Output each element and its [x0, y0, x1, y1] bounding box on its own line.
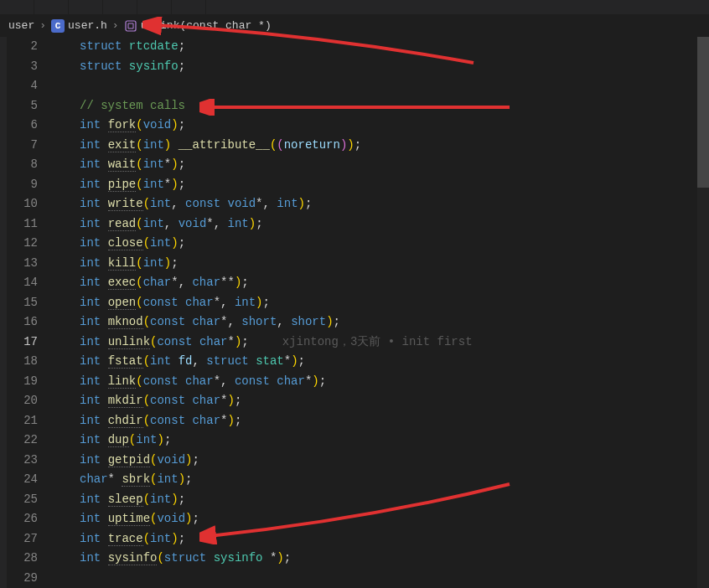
code-line[interactable] [53, 569, 709, 589]
tab[interactable] [69, 0, 103, 14]
code-line[interactable] [53, 76, 709, 96]
line-gutter: 2345678910111213141516171819202122232425… [7, 37, 53, 588]
code-line[interactable]: int unlink(const char*);xjintong，3天前 • i… [53, 333, 709, 353]
line-number: 9 [7, 175, 38, 195]
line-number: 25 [7, 490, 38, 510]
line-number: 28 [7, 549, 38, 569]
code-line[interactable]: int chdir(const char*); [53, 411, 709, 431]
chevron-right-icon: › [39, 19, 46, 32]
line-number: 8 [7, 155, 38, 175]
code-line[interactable]: int read(int, void*, int); [53, 214, 709, 235]
code-line[interactable]: int trace(int); [53, 529, 709, 549]
vertical-scrollbar[interactable] [697, 37, 709, 588]
line-number: 5 [7, 96, 38, 116]
code-line[interactable]: int getpid(void); [53, 451, 709, 471]
code-line[interactable]: char* sbrk(int); [53, 470, 709, 490]
line-number: 19 [7, 372, 38, 392]
line-number: 15 [7, 293, 38, 313]
line-number: 18 [7, 352, 38, 372]
line-number: 16 [7, 312, 38, 333]
line-number: 12 [7, 234, 38, 254]
code-line[interactable]: int dup(int); [53, 431, 709, 451]
line-number: 21 [7, 411, 38, 431]
line-number: 20 [7, 391, 38, 411]
line-number: 23 [7, 451, 38, 471]
code-editor[interactable]: 2345678910111213141516171819202122232425… [0, 37, 709, 588]
breadcrumb-symbol[interactable]: unlink(const char *) [141, 19, 272, 32]
code-line[interactable]: int sysinfo(struct sysinfo *); [53, 549, 709, 569]
tab[interactable] [172, 0, 206, 14]
line-number: 26 [7, 509, 38, 529]
code-line[interactable]: struct rtcdate; [53, 37, 709, 57]
code-line[interactable]: int mknod(const char*, short, short); [53, 312, 709, 333]
code-line[interactable]: int sleep(int); [53, 490, 709, 510]
breadcrumb: user › C user.h › unlink(const char *) [0, 15, 709, 37]
line-number: 2 [7, 37, 38, 57]
line-number: 22 [7, 431, 38, 451]
code-line[interactable]: int pipe(int*); [53, 175, 709, 195]
scrollbar-thumb[interactable] [697, 37, 709, 188]
line-number: 6 [7, 116, 38, 136]
line-number: 17 [7, 333, 38, 353]
code-line[interactable]: int exec(char*, char**); [53, 273, 709, 293]
line-number: 24 [7, 470, 38, 490]
code-line[interactable]: int exit(int) __attribute__((noreturn)); [53, 136, 709, 156]
code-line[interactable]: // system calls [53, 96, 709, 116]
line-number: 7 [7, 136, 38, 156]
activity-bar-stub [0, 37, 7, 588]
tab[interactable] [137, 0, 172, 14]
editor-tabs [0, 0, 709, 15]
code-line[interactable]: int close(int); [53, 234, 709, 254]
tab[interactable] [34, 0, 69, 14]
git-blame-annotation: xjintong，3天前 • init first [282, 335, 473, 348]
line-number: 3 [7, 57, 38, 77]
code-line[interactable]: int uptime(void); [53, 509, 709, 529]
line-number: 13 [7, 254, 38, 274]
breadcrumb-file[interactable]: user.h [68, 19, 107, 32]
code-line[interactable]: int fstat(int fd, struct stat*); [53, 352, 709, 372]
code-line[interactable]: int write(int, const void*, int); [53, 194, 709, 214]
code-line[interactable]: int open(const char*, int); [53, 293, 709, 313]
line-number: 4 [7, 76, 38, 96]
code-line[interactable]: int wait(int*); [53, 155, 709, 175]
code-line[interactable]: int mkdir(const char*); [53, 391, 709, 411]
line-number: 10 [7, 194, 38, 214]
tab[interactable] [0, 0, 34, 14]
code-line[interactable]: int kill(int); [53, 254, 709, 274]
tab[interactable] [103, 0, 137, 14]
line-number: 14 [7, 273, 38, 293]
code-line[interactable]: int fork(void); [53, 116, 709, 136]
function-icon [124, 19, 137, 33]
code-area[interactable]: struct rtcdate;struct sysinfo;// system … [53, 37, 709, 588]
line-number: 11 [7, 214, 38, 235]
line-number: 27 [7, 529, 38, 549]
line-number: 29 [7, 569, 38, 589]
code-line[interactable]: struct sysinfo; [53, 57, 709, 77]
chevron-right-icon: › [112, 19, 119, 32]
breadcrumb-folder[interactable]: user [8, 19, 34, 32]
code-line[interactable]: int link(const char*, const char*); [53, 372, 709, 392]
svg-rect-0 [126, 21, 136, 31]
c-file-icon: C [51, 19, 65, 33]
